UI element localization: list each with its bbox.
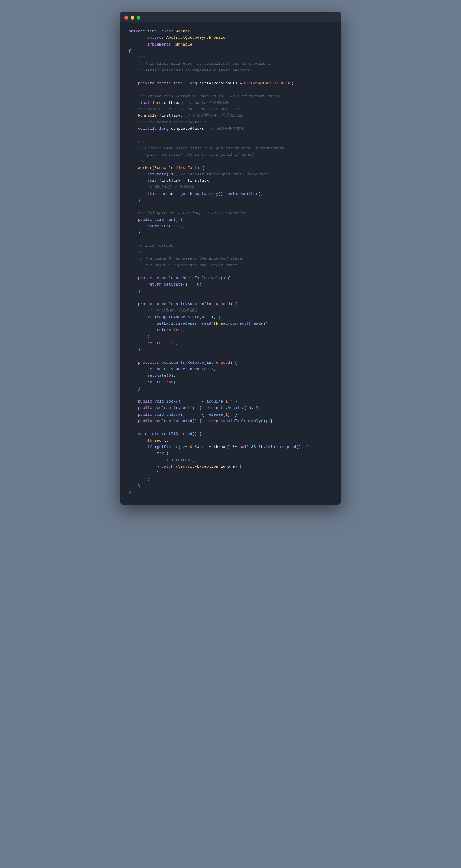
code-editor: private final class Worker extends Abstr… (120, 23, 341, 504)
code-window: private final class Worker extends Abstr… (120, 12, 341, 504)
code-content: private final class Worker extends Abstr… (129, 28, 332, 496)
minimize-button[interactable] (131, 16, 134, 20)
maximize-button[interactable] (137, 16, 140, 20)
close-button[interactable] (125, 16, 128, 20)
titlebar (120, 12, 341, 23)
